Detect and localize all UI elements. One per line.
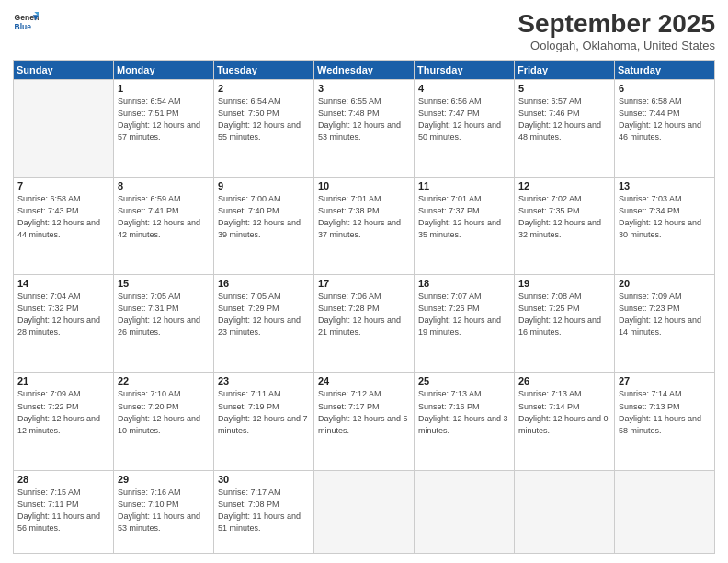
calendar-cell: 5Sunrise: 6:57 AMSunset: 7:46 PMDaylight… — [515, 80, 615, 178]
day-number: 17 — [318, 278, 410, 289]
calendar-cell: 16Sunrise: 7:05 AMSunset: 7:29 PMDayligh… — [214, 275, 314, 373]
day-info: Sunrise: 7:02 AMSunset: 7:35 PMDaylight:… — [518, 193, 610, 241]
calendar-cell: 22Sunrise: 7:10 AMSunset: 7:20 PMDayligh… — [114, 373, 214, 470]
day-info: Sunrise: 7:16 AMSunset: 7:10 PMDaylight:… — [118, 487, 210, 534]
day-info: Sunrise: 6:56 AMSunset: 7:47 PMDaylight:… — [418, 96, 510, 144]
week-row-4: 28Sunrise: 7:15 AMSunset: 7:11 PMDayligh… — [14, 470, 715, 553]
day-number: 7 — [17, 180, 109, 191]
day-info: Sunrise: 7:09 AMSunset: 7:22 PMDaylight:… — [17, 388, 109, 436]
day-number: 13 — [619, 180, 711, 191]
day-info: Sunrise: 6:58 AMSunset: 7:44 PMDaylight:… — [619, 96, 711, 144]
week-row-1: 7Sunrise: 6:58 AMSunset: 7:43 PMDaylight… — [14, 178, 715, 275]
calendar-cell: 15Sunrise: 7:05 AMSunset: 7:31 PMDayligh… — [114, 275, 214, 373]
day-info: Sunrise: 7:10 AMSunset: 7:20 PMDaylight:… — [118, 388, 210, 436]
logo: General Blue — [13, 9, 39, 35]
day-number: 14 — [17, 278, 109, 289]
day-info: Sunrise: 7:09 AMSunset: 7:23 PMDaylight:… — [619, 291, 711, 339]
day-number: 23 — [218, 375, 310, 386]
calendar-cell: 1Sunrise: 6:54 AMSunset: 7:51 PMDaylight… — [114, 80, 214, 178]
calendar-cell: 18Sunrise: 7:07 AMSunset: 7:26 PMDayligh… — [415, 275, 515, 373]
day-info: Sunrise: 7:12 AMSunset: 7:17 PMDaylight:… — [318, 388, 410, 436]
calendar-cell: 11Sunrise: 7:01 AMSunset: 7:37 PMDayligh… — [415, 178, 515, 275]
day-info: Sunrise: 6:54 AMSunset: 7:50 PMDaylight:… — [218, 96, 310, 144]
day-info: Sunrise: 7:00 AMSunset: 7:40 PMDaylight:… — [218, 193, 310, 241]
day-info: Sunrise: 7:07 AMSunset: 7:26 PMDaylight:… — [418, 291, 510, 339]
weekday-header-monday: Monday — [114, 61, 214, 80]
day-number: 18 — [418, 278, 510, 289]
day-info: Sunrise: 7:17 AMSunset: 7:08 PMDaylight:… — [218, 487, 310, 534]
weekday-header-wednesday: Wednesday — [314, 61, 415, 80]
day-info: Sunrise: 7:03 AMSunset: 7:34 PMDaylight:… — [619, 193, 711, 241]
logo-icon: General Blue — [13, 9, 39, 35]
day-info: Sunrise: 7:14 AMSunset: 7:13 PMDaylight:… — [619, 388, 711, 436]
weekday-header-sunday: Sunday — [14, 61, 114, 80]
calendar-cell — [615, 470, 715, 553]
calendar-cell: 20Sunrise: 7:09 AMSunset: 7:23 PMDayligh… — [615, 275, 715, 373]
calendar-cell: 21Sunrise: 7:09 AMSunset: 7:22 PMDayligh… — [14, 373, 114, 470]
day-number: 26 — [518, 375, 610, 386]
month-title: September 2025 — [518, 9, 715, 39]
calendar-cell: 29Sunrise: 7:16 AMSunset: 7:10 PMDayligh… — [114, 470, 214, 553]
location: Oologah, Oklahoma, United States — [518, 39, 715, 52]
calendar-cell — [14, 80, 114, 178]
day-number: 27 — [619, 375, 711, 386]
day-info: Sunrise: 6:59 AMSunset: 7:41 PMDaylight:… — [118, 193, 210, 241]
day-number: 30 — [218, 474, 310, 485]
day-info: Sunrise: 7:05 AMSunset: 7:29 PMDaylight:… — [218, 291, 310, 339]
calendar-cell: 10Sunrise: 7:01 AMSunset: 7:38 PMDayligh… — [314, 178, 415, 275]
title-block: September 2025 Oologah, Oklahoma, United… — [518, 9, 715, 52]
day-number: 15 — [118, 278, 210, 289]
day-number: 9 — [218, 180, 310, 191]
day-number: 28 — [17, 474, 109, 485]
day-info: Sunrise: 7:06 AMSunset: 7:28 PMDaylight:… — [318, 291, 410, 339]
calendar-cell: 12Sunrise: 7:02 AMSunset: 7:35 PMDayligh… — [515, 178, 615, 275]
day-info: Sunrise: 6:54 AMSunset: 7:51 PMDaylight:… — [118, 96, 210, 144]
calendar-cell — [415, 470, 515, 553]
weekday-header-row: SundayMondayTuesdayWednesdayThursdayFrid… — [14, 61, 715, 80]
calendar-cell: 30Sunrise: 7:17 AMSunset: 7:08 PMDayligh… — [214, 470, 314, 553]
day-info: Sunrise: 7:05 AMSunset: 7:31 PMDaylight:… — [118, 291, 210, 339]
calendar-table: SundayMondayTuesdayWednesdayThursdayFrid… — [13, 60, 715, 554]
day-info: Sunrise: 7:13 AMSunset: 7:16 PMDaylight:… — [418, 388, 510, 436]
day-number: 6 — [619, 83, 711, 94]
day-number: 10 — [318, 180, 410, 191]
calendar-cell: 25Sunrise: 7:13 AMSunset: 7:16 PMDayligh… — [415, 373, 515, 470]
weekday-header-saturday: Saturday — [615, 61, 715, 80]
day-info: Sunrise: 6:57 AMSunset: 7:46 PMDaylight:… — [518, 96, 610, 144]
day-info: Sunrise: 7:01 AMSunset: 7:38 PMDaylight:… — [318, 193, 410, 241]
calendar-cell: 23Sunrise: 7:11 AMSunset: 7:19 PMDayligh… — [214, 373, 314, 470]
day-number: 25 — [418, 375, 510, 386]
week-row-2: 14Sunrise: 7:04 AMSunset: 7:32 PMDayligh… — [14, 275, 715, 373]
calendar-cell: 2Sunrise: 6:54 AMSunset: 7:50 PMDaylight… — [214, 80, 314, 178]
day-info: Sunrise: 7:01 AMSunset: 7:37 PMDaylight:… — [418, 193, 510, 241]
day-info: Sunrise: 7:04 AMSunset: 7:32 PMDaylight:… — [17, 291, 109, 339]
week-row-0: 1Sunrise: 6:54 AMSunset: 7:51 PMDaylight… — [14, 80, 715, 178]
day-number: 4 — [418, 83, 510, 94]
calendar-cell: 8Sunrise: 6:59 AMSunset: 7:41 PMDaylight… — [114, 178, 214, 275]
calendar-cell: 13Sunrise: 7:03 AMSunset: 7:34 PMDayligh… — [615, 178, 715, 275]
week-row-3: 21Sunrise: 7:09 AMSunset: 7:22 PMDayligh… — [14, 373, 715, 470]
day-number: 1 — [118, 83, 210, 94]
calendar-cell: 4Sunrise: 6:56 AMSunset: 7:47 PMDaylight… — [415, 80, 515, 178]
day-info: Sunrise: 7:15 AMSunset: 7:11 PMDaylight:… — [17, 487, 109, 534]
calendar-cell: 19Sunrise: 7:08 AMSunset: 7:25 PMDayligh… — [515, 275, 615, 373]
day-info: Sunrise: 7:13 AMSunset: 7:14 PMDaylight:… — [518, 388, 610, 436]
day-number: 21 — [17, 375, 109, 386]
weekday-header-thursday: Thursday — [415, 61, 515, 80]
calendar-cell: 14Sunrise: 7:04 AMSunset: 7:32 PMDayligh… — [14, 275, 114, 373]
day-number: 3 — [318, 83, 410, 94]
header: General Blue September 2025 Oologah, Okl… — [13, 9, 715, 52]
day-info: Sunrise: 7:11 AMSunset: 7:19 PMDaylight:… — [218, 388, 310, 436]
day-number: 5 — [518, 83, 610, 94]
calendar-cell: 27Sunrise: 7:14 AMSunset: 7:13 PMDayligh… — [615, 373, 715, 470]
day-number: 22 — [118, 375, 210, 386]
day-number: 2 — [218, 83, 310, 94]
calendar-cell — [314, 470, 415, 553]
calendar-cell: 28Sunrise: 7:15 AMSunset: 7:11 PMDayligh… — [14, 470, 114, 553]
weekday-header-friday: Friday — [515, 61, 615, 80]
day-number: 12 — [518, 180, 610, 191]
day-number: 19 — [518, 278, 610, 289]
calendar-cell — [515, 470, 615, 553]
page: General Blue September 2025 Oologah, Okl… — [0, 0, 728, 563]
day-number: 11 — [418, 180, 510, 191]
